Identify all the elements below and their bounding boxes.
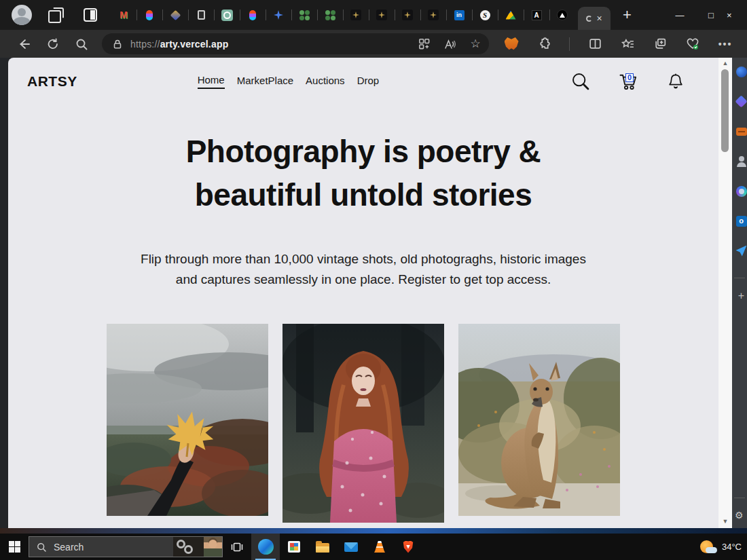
workspaces-icon[interactable]	[47, 7, 63, 23]
scroll-up-icon[interactable]: ▲	[718, 58, 732, 69]
collections-icon[interactable]	[653, 37, 668, 52]
sidebar-add-icon[interactable]	[735, 290, 747, 301]
back-icon[interactable]	[18, 37, 31, 51]
url-text[interactable]: https://arty.vercel.app	[130, 39, 228, 50]
sun-cloud-icon	[699, 539, 717, 555]
split-screen-icon[interactable]	[587, 37, 602, 52]
search-icon[interactable]	[570, 71, 591, 92]
tab-spark-dark[interactable]	[395, 0, 420, 30]
subtext-line-2: and captures seamlessly in one place. Re…	[8, 269, 718, 290]
shopping-icon	[735, 95, 747, 107]
taskbar-edge-button[interactable]	[251, 534, 280, 560]
nav-item-auctions[interactable]: Auctions	[306, 75, 345, 88]
nav-item-drop[interactable]: Drop	[357, 75, 380, 88]
favorites-icon[interactable]	[620, 37, 635, 52]
scroll-down-icon[interactable]: ▼	[718, 516, 732, 527]
tab-a-square[interactable]	[524, 0, 549, 30]
taskbar-store-button[interactable]	[280, 534, 308, 560]
red-haired-woman-photo[interactable]	[283, 324, 444, 523]
metamask-icon[interactable]	[504, 37, 519, 52]
new-tab-button[interactable]: +	[623, 6, 632, 24]
page-scrollbar[interactable]: ▲ ▼	[718, 58, 732, 528]
sidebar-divider	[734, 278, 745, 278]
minimize-button[interactable]: —	[664, 0, 695, 30]
tab-figma[interactable]	[240, 0, 266, 30]
spark-dark-favicon	[402, 10, 413, 20]
tab-spark-blue[interactable]	[266, 0, 291, 30]
figma-favicon	[249, 10, 256, 20]
close-button[interactable]: ×	[727, 0, 747, 30]
address-bar[interactable]: https://arty.vercel.app ☆	[102, 33, 489, 54]
lock-icon	[111, 38, 124, 50]
task-view-button[interactable]	[223, 534, 251, 560]
cart-icon[interactable]: 0	[618, 71, 638, 92]
extensions-icon[interactable]	[536, 37, 551, 52]
sidebar-apps-icon[interactable]	[417, 37, 431, 51]
nav-item-home[interactable]: Home	[198, 74, 225, 89]
tab-vercel[interactable]	[549, 0, 575, 30]
taskbar-weather-widget[interactable]: 34°C	[699, 534, 742, 560]
tab-clover[interactable]	[317, 0, 343, 30]
autumn-leaf-photo[interactable]	[107, 324, 268, 516]
a-square-favicon	[532, 10, 542, 20]
tab-chatgpt[interactable]	[214, 0, 240, 30]
bell-icon[interactable]	[666, 71, 686, 92]
toolbar-search-icon[interactable]	[75, 37, 88, 51]
tab-s-circle[interactable]	[472, 0, 498, 30]
sidebar-drop-icon[interactable]	[735, 245, 747, 257]
diamond-favicon	[170, 10, 181, 20]
sidebar-copilot-icon[interactable]	[735, 185, 747, 197]
tab-document[interactable]	[188, 0, 214, 30]
browser-essentials-icon[interactable]	[685, 37, 700, 52]
tab-bar: × + — □ ×	[0, 0, 747, 30]
copilot-icon	[736, 186, 747, 197]
browser-content-area: ARTSY HomeMarketPlaceAuctionsDrop 0	[0, 58, 747, 528]
sidebar-search-icon[interactable]	[735, 66, 747, 77]
tab-spark-dark[interactable]	[343, 0, 369, 30]
close-tab-icon[interactable]: ×	[596, 14, 602, 23]
favorite-star-icon[interactable]: ☆	[469, 37, 482, 51]
read-aloud-icon[interactable]	[443, 37, 456, 51]
settings-gear-icon[interactable]: ⚙	[735, 510, 744, 521]
kangaroo-photo[interactable]	[458, 324, 620, 516]
maximize-button[interactable]: □	[695, 0, 727, 30]
tab-linkedin[interactable]	[446, 0, 472, 30]
tab-panel-icon[interactable]	[82, 7, 98, 23]
tab-diamond[interactable]	[162, 0, 188, 30]
toolbar-right-icons: •••	[504, 37, 747, 52]
site-logo[interactable]: ARTSY	[27, 73, 77, 90]
tab-drive[interactable]	[498, 0, 524, 30]
taskbar-mail-button[interactable]	[337, 534, 365, 560]
linkedin-favicon	[454, 10, 464, 20]
sidebar-tools-icon[interactable]	[735, 126, 747, 137]
tab-figma[interactable]	[136, 0, 162, 30]
active-tab-favicon	[586, 16, 592, 22]
taskbar-search-icon	[36, 542, 47, 553]
search-highlight-thumbnail[interactable]	[173, 537, 222, 557]
active-tab[interactable]: ×	[578, 7, 611, 30]
taskbar-explorer-button[interactable]	[308, 534, 337, 560]
nav-item-marketplace[interactable]: MarketPlace	[237, 75, 293, 88]
clover-favicon	[299, 10, 304, 15]
sidebar-people-icon[interactable]	[735, 155, 747, 167]
news-portrait	[204, 537, 222, 557]
start-button[interactable]	[0, 534, 29, 560]
profile-avatar[interactable]	[12, 5, 32, 25]
sidebar-outlook-icon[interactable]	[735, 215, 747, 227]
scrollbar-thumb[interactable]	[721, 69, 729, 152]
heading-line-2: beautiful untold stories	[8, 173, 718, 217]
edge-sidebar: ⚙	[732, 58, 747, 528]
tab-spark-dark[interactable]	[420, 0, 446, 30]
sidebar-shopping-icon[interactable]	[735, 96, 747, 107]
taskbar-vlc-button[interactable]	[365, 534, 394, 560]
taskbar-search-box[interactable]: Search	[29, 536, 223, 557]
refresh-icon[interactable]	[46, 37, 60, 51]
tab-clover[interactable]	[291, 0, 317, 30]
site-header: ARTSY HomeMarketPlaceAuctionsDrop 0	[8, 58, 718, 105]
tab-gmail[interactable]	[111, 0, 136, 30]
sidebar-divider	[734, 498, 745, 498]
taskbar-brave-button[interactable]	[394, 534, 422, 560]
hero-subtext: Flip through more than 10,000 vintage sh…	[8, 249, 718, 290]
tab-spark-dark[interactable]	[369, 0, 395, 30]
more-icon[interactable]: •••	[718, 37, 733, 52]
